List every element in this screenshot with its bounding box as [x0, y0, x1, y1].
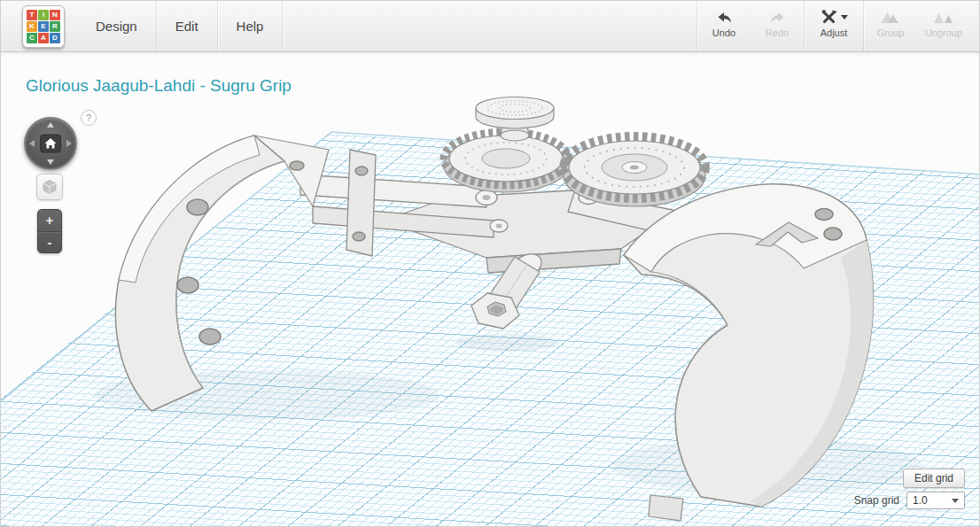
menu-item-design[interactable]: Design [77, 1, 157, 51]
ungroup-icon [934, 11, 953, 24]
crank-knob[interactable] [476, 97, 554, 142]
group-icon [881, 11, 900, 24]
perspective-toggle-button[interactable] [36, 174, 63, 200]
adjust-button[interactable]: Adjust [805, 1, 863, 51]
redo-icon [768, 11, 787, 24]
snap-grid-select[interactable]: 1.0 [906, 492, 965, 509]
zoom-in-button[interactable]: + [38, 210, 61, 232]
snap-grid-label: Snap grid [854, 494, 899, 507]
snap-grid-value: 1.0 [913, 494, 928, 507]
chevron-down-icon [952, 499, 959, 503]
group-button[interactable]: Group [864, 1, 917, 51]
left-jaw[interactable] [115, 136, 329, 411]
design-title: Glorious Jaagub-Lahdi - Sugru Grip [26, 76, 292, 96]
rotate-up-arrow-icon[interactable] [47, 122, 54, 128]
rotate-down-arrow-icon[interactable] [47, 159, 54, 165]
logo-tile: K [27, 21, 37, 32]
menu-item-help[interactable]: Help [218, 1, 284, 51]
undo-button[interactable]: Undo [697, 1, 751, 51]
tinkercad-app-window: Glorious Jaagub-Lahdi - Sugru Grip ? + - [0, 0, 980, 527]
help-button[interactable]: ? [81, 110, 97, 126]
chevron-down-icon [841, 15, 848, 19]
redo-button[interactable]: Redo [751, 1, 804, 51]
logo-tile: T [27, 10, 37, 20]
zoom-controls: + - [37, 209, 62, 253]
tinkercad-logo[interactable]: T I N K E R C A D [22, 5, 65, 48]
home-icon [44, 138, 57, 150]
logo-tile: I [38, 10, 49, 20]
cube-icon [42, 179, 58, 195]
rotate-right-arrow-icon[interactable] [66, 140, 72, 147]
logo-tile: N [50, 10, 60, 20]
rotate-left-arrow-icon[interactable] [29, 140, 35, 147]
logo-tile: C [27, 33, 37, 43]
logo-tile: A [38, 33, 49, 43]
snap-grid-row: Snap grid 1.0 [854, 492, 965, 509]
gear-large[interactable] [564, 136, 705, 206]
main-menu: Design Edit Help [77, 1, 283, 51]
zoom-out-button[interactable]: - [38, 232, 61, 253]
home-view-button[interactable] [40, 135, 61, 153]
menu-item-edit[interactable]: Edit [157, 1, 218, 51]
logo-tile: R [50, 21, 60, 32]
toolbar-actions: Undo Redo [696, 1, 979, 51]
edit-grid-button[interactable]: Edit grid [903, 469, 965, 488]
undo-icon [715, 11, 734, 24]
logo-tile: D [50, 33, 60, 43]
adjust-tools-icon [820, 10, 838, 25]
view-navigation-pad[interactable] [24, 117, 77, 170]
top-toolbar: T I N K E R C A D Design Edit Help U [1, 1, 979, 52]
logo-tile: E [38, 21, 49, 32]
ungroup-button[interactable]: Ungroup [917, 1, 970, 51]
